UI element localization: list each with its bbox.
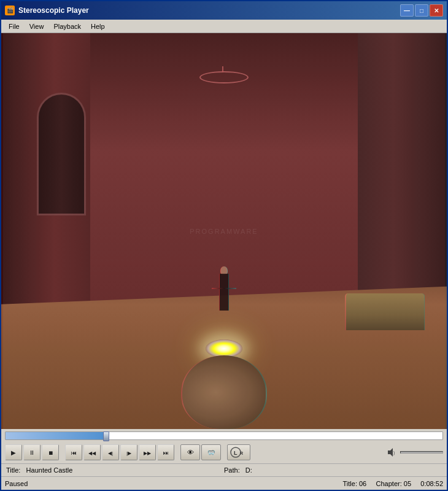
playback-state: Paused	[5, 480, 343, 487]
maximize-button[interactable]: □	[415, 4, 428, 17]
eye-button[interactable]	[180, 444, 200, 460]
svg-text:L: L	[234, 450, 238, 456]
volume-slider[interactable]	[400, 451, 443, 454]
menu-file[interactable]: File	[4, 21, 25, 31]
chapter-num: Chapter: 05	[376, 480, 411, 487]
title-bar: 🎬 Stereoscopic Player — □ ✕	[1, 1, 447, 20]
rewind-button[interactable]	[83, 444, 101, 460]
title-label: Title:	[6, 466, 20, 474]
prev-chapter-icon	[71, 449, 77, 456]
play-button[interactable]	[5, 444, 22, 460]
time-display: 0:08:52	[420, 480, 443, 487]
progress-bar-container	[1, 429, 447, 441]
minimize-button[interactable]: —	[400, 4, 414, 17]
progress-bar-track[interactable]	[5, 431, 443, 440]
window-title: Stereoscopic Player	[18, 6, 400, 15]
menu-playback[interactable]: Playback	[48, 21, 86, 31]
stop-button[interactable]	[42, 444, 59, 460]
main-window: 🎬 Stereoscopic Player — □ ✕ File View Pl…	[0, 0, 448, 491]
progress-bar-fill	[6, 432, 106, 439]
next-chapter-button[interactable]	[157, 444, 174, 460]
figure-arms	[212, 288, 236, 289]
close-button[interactable]: ✕	[430, 4, 443, 17]
window-controls: — □ ✕	[400, 4, 443, 17]
speaker-icon: )	[387, 447, 398, 458]
volume-area: )	[386, 444, 443, 460]
menu-bar: File View Playback Help	[1, 20, 447, 33]
pause-button[interactable]	[23, 444, 41, 460]
stop-icon	[48, 449, 53, 456]
watermark: PROGRAMWARE	[190, 228, 258, 235]
title-value: Haunted Castle	[26, 466, 73, 474]
prev-frame-icon	[108, 449, 113, 456]
video-canvas: PROGRAMWARE	[1, 33, 447, 429]
next-chapter-icon	[163, 449, 169, 456]
path-label: Path:	[224, 466, 240, 474]
figure	[212, 249, 236, 311]
progress-thumb[interactable]	[103, 431, 109, 441]
menu-help[interactable]: Help	[86, 21, 110, 31]
info-bar: Title: Haunted Castle Path: D:	[1, 463, 447, 476]
anaglyph-scene: PROGRAMWARE	[1, 33, 447, 429]
play-icon	[11, 449, 16, 456]
lr-button[interactable]: L R	[227, 444, 250, 460]
title-num: Title: 06	[343, 480, 367, 487]
vase	[181, 355, 267, 429]
chandelier	[199, 65, 249, 96]
status-info: Title: 06 Chapter: 05 0:08:52	[343, 480, 443, 487]
video-area: PROGRAMWARE	[1, 33, 447, 429]
glasses-icon	[207, 449, 215, 456]
forward-icon	[144, 449, 151, 456]
status-bar: Paused Title: 06 Chapter: 05 0:08:52	[1, 476, 447, 490]
app-icon: 🎬	[5, 6, 15, 15]
sofa-right	[345, 293, 425, 330]
lr-icon: L R	[230, 446, 247, 458]
prev-chapter-button[interactable]	[65, 444, 82, 460]
chandelier-body	[199, 71, 249, 83]
svg-text:): )	[393, 450, 395, 455]
svg-marker-3	[388, 448, 393, 457]
prev-frame-button[interactable]	[102, 444, 119, 460]
next-frame-button[interactable]	[120, 444, 137, 460]
pause-icon	[29, 449, 35, 456]
glasses-button[interactable]	[201, 444, 221, 460]
path-info: Path: D:	[224, 465, 442, 475]
rewind-icon	[88, 449, 96, 456]
buttons-row: L R )	[1, 441, 447, 463]
menu-view[interactable]: View	[25, 21, 49, 31]
eye-icon	[187, 449, 194, 456]
next-frame-icon	[126, 449, 131, 456]
controls-area: L R ) Title:	[1, 429, 447, 490]
title-info: Title: Haunted Castle	[6, 465, 224, 475]
forward-button[interactable]	[139, 444, 156, 460]
volume-icon: )	[386, 444, 398, 460]
arch-left	[37, 93, 86, 215]
path-value: D:	[245, 466, 252, 474]
svg-text:R: R	[240, 451, 243, 455]
figure-body	[219, 274, 229, 311]
